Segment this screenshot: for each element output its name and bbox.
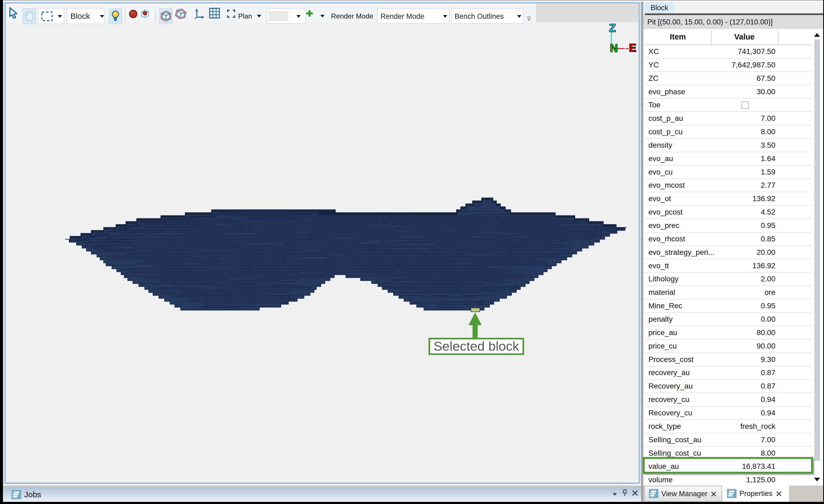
svg-text:E: E (629, 42, 636, 54)
svg-text:N: N (610, 42, 618, 54)
svg-text:Z: Z (609, 22, 616, 34)
